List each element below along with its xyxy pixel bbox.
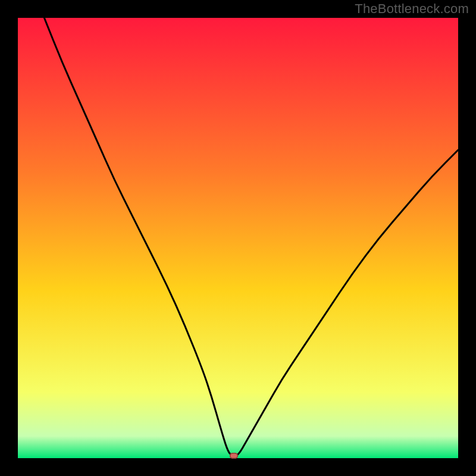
gradient-background	[18, 18, 458, 458]
current-point-marker	[230, 453, 238, 459]
watermark-text: TheBottleneck.com	[355, 1, 469, 17]
bottleneck-chart	[18, 18, 458, 458]
chart-frame: TheBottleneck.com	[0, 0, 476, 476]
